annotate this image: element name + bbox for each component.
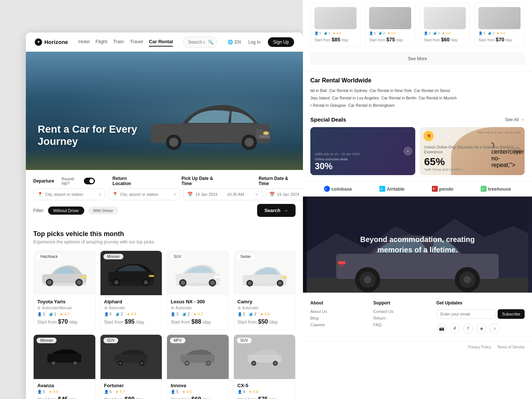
vehicle-card[interactable]: SUV Lexus NX - 300 ⚙ Aut bbox=[167, 250, 229, 330]
car-rating: ★ 4.8 bbox=[442, 31, 450, 35]
return-datetime-field[interactable]: 📅 × bbox=[265, 188, 303, 200]
nav-flight[interactable]: Flight bbox=[96, 37, 108, 47]
see-all-button[interactable]: See All → bbox=[505, 117, 525, 122]
terms-of-service-link[interactable]: Terms of Service bbox=[497, 345, 525, 349]
vehicle-type-badge: Hatchback bbox=[37, 254, 61, 259]
without-driver-btn[interactable]: Without Driver bbox=[48, 207, 84, 215]
location-tag[interactable]: Car Rental in Munich bbox=[419, 96, 457, 100]
instagram-icon[interactable]: 📷 bbox=[436, 323, 447, 334]
vehicle-card[interactable]: SUV CX-5 👤 4 ★ 4.8 Start from $75 /day bbox=[233, 334, 296, 399]
footer-career[interactable]: Caareer bbox=[310, 323, 366, 327]
vehicle-card-img: Sedan bbox=[234, 251, 296, 295]
footer-updates-col: Get Updates Subscribe 📷 ✗ f ◈ ♪ bbox=[436, 300, 525, 334]
svg-rect-21 bbox=[149, 275, 154, 277]
car-rating: ★ 4.6 bbox=[497, 31, 505, 35]
vehicle-specs: 👤 3 🧳 2 ★ 4.7 bbox=[171, 312, 225, 316]
filter-label: Filter: bbox=[33, 208, 44, 213]
globe-icon: 🌐 bbox=[228, 40, 233, 45]
tiktok-icon[interactable]: ♪ bbox=[490, 323, 500, 334]
vehicle-type-badge: SUV bbox=[103, 338, 119, 343]
top-car-card[interactable]: 👤 5🧳 2 ★ 4.8 Start from $75 /day bbox=[365, 3, 415, 47]
location-tag[interactable]: Car Rental in Sydney bbox=[329, 88, 368, 93]
departure-field[interactable]: 📍 × bbox=[33, 188, 105, 200]
deal-next-icon[interactable]: › bbox=[403, 147, 412, 156]
toggle-switch[interactable] bbox=[84, 178, 95, 184]
nav-travel[interactable]: Travel bbox=[130, 37, 143, 47]
nav-hotel[interactable]: Hotel bbox=[78, 37, 89, 47]
location-tags-3: r Rental in Glasgow Car Rental in Birmin… bbox=[310, 103, 525, 108]
pickup-clear[interactable]: × bbox=[255, 191, 258, 197]
footer-faq[interactable]: FAQ bbox=[374, 323, 429, 327]
svg-rect-35 bbox=[282, 276, 287, 278]
see-more-button[interactable]: See More bbox=[310, 52, 525, 65]
return-location-clear[interactable]: × bbox=[173, 191, 176, 197]
round-trip-toggle[interactable]: Round-trip? bbox=[62, 177, 95, 185]
location-icon: 📍 bbox=[37, 192, 43, 197]
footer-section: About About Us Blog Caareer Support Cont… bbox=[303, 293, 532, 341]
nav-car-rental[interactable]: Car Rental bbox=[149, 37, 173, 47]
top-car-price: Start from $85 /day bbox=[314, 37, 357, 42]
deal-next-icon-2[interactable]: › bbox=[513, 147, 522, 156]
departure-label: Departure bbox=[33, 178, 54, 184]
location-tag[interactable]: Car Rental ini Seoul bbox=[414, 88, 450, 93]
location-tag[interactable]: Car Rental in Birmingham bbox=[348, 103, 395, 108]
vehicle-card[interactable]: Minivan Avanza 👤 5 ★ 4.6 Start from $45 … bbox=[33, 334, 96, 399]
subscribe-button[interactable]: Subscribe bbox=[498, 309, 525, 319]
location-tag[interactable]: tal in Bali bbox=[310, 88, 327, 93]
discord-icon[interactable]: ◈ bbox=[476, 323, 487, 334]
return-location-input[interactable] bbox=[120, 192, 171, 197]
top-car-card[interactable]: 👤 6🧳 2 ★ 4.8 Start from $60 /day bbox=[420, 3, 470, 47]
deal-percent: 65% bbox=[424, 156, 520, 168]
arrow-right-icon: → bbox=[520, 117, 525, 122]
footer-return[interactable]: Return bbox=[374, 316, 429, 320]
vehicle-card[interactable]: Minivan Alphard ⚙ Automa bbox=[100, 250, 163, 330]
deal-card-discount[interactable]: ') center/cover no-repeat;"> 🎁 Valid onl… bbox=[420, 127, 525, 175]
location-tag[interactable]: Car Rental in New York bbox=[370, 88, 412, 93]
with-driver-btn[interactable]: With Driver bbox=[88, 207, 118, 215]
vehicle-card[interactable]: Sedan Camry ⚙ Automatic bbox=[233, 250, 296, 330]
return-date-input[interactable] bbox=[277, 192, 303, 197]
twitter-icon[interactable]: ✗ bbox=[450, 323, 460, 334]
pickup-date-input[interactable] bbox=[195, 192, 225, 197]
signup-button[interactable]: Sign Up bbox=[268, 37, 294, 47]
vehicle-name: Fortuner bbox=[104, 383, 158, 388]
location-tag[interactable]: Jeju Island bbox=[310, 96, 330, 100]
privacy-policy-link[interactable]: Privacy Policy bbox=[468, 345, 491, 349]
facebook-icon[interactable]: f bbox=[463, 323, 473, 334]
vehicle-info: Alphard ⚙ Automatic 👤 5 🧳 2 ★ 4.8 Start … bbox=[100, 295, 162, 330]
vehicle-card[interactable]: MPV Innova 👤 5 ★ 4.5 Start from $60 /day bbox=[167, 334, 229, 399]
location-tag[interactable]: Car Rental in Berlin bbox=[381, 96, 416, 100]
vehicle-price: Start from $70 /day bbox=[37, 318, 92, 325]
footer-contact[interactable]: Contact Us bbox=[374, 309, 429, 314]
svg-point-70 bbox=[364, 276, 371, 283]
rating-spec: ★ 4.8 bbox=[249, 390, 258, 394]
departure-input[interactable] bbox=[45, 192, 96, 197]
footer-blog[interactable]: Blog bbox=[310, 316, 366, 320]
deal-badge: 🎁 bbox=[423, 131, 434, 141]
seats-spec: 👤 5 bbox=[171, 390, 178, 394]
departure-clear[interactable]: × bbox=[98, 191, 101, 197]
vehicle-grid-2: Minivan Avanza 👤 5 ★ 4.6 Start from $45 … bbox=[26, 330, 303, 399]
footer-about-us[interactable]: About Us bbox=[310, 309, 366, 314]
svg-text:T: T bbox=[482, 188, 483, 190]
top-car-card[interactable]: 👤 5🧳 2 ★ 4.9 Start from $85 /day bbox=[310, 3, 361, 47]
top-car-card[interactable]: 👤 5🧳 2 ★ 4.6 Start from $70 /day bbox=[474, 3, 525, 47]
right-panel: 👤 5🧳 2 ★ 4.9 Start from $85 /day 👤 5🧳 2 … bbox=[303, 0, 532, 399]
deal-card-dark[interactable]: Valid only on 15 - 19 Jan 2024 Online ex… bbox=[310, 127, 415, 175]
language-button[interactable]: 🌐 EN bbox=[228, 40, 241, 45]
location-tags: tal in Bali Car Rental in Sydney Car Ren… bbox=[310, 88, 525, 93]
email-input[interactable] bbox=[436, 309, 495, 319]
vehicle-specs: 👤 3 🧳 3 ★ 4.9 bbox=[238, 312, 292, 316]
vehicle-type-badge: SUV bbox=[237, 338, 252, 343]
search-button[interactable]: Search → bbox=[257, 204, 296, 217]
pickup-datetime-field[interactable]: 📅 × bbox=[183, 188, 262, 200]
return-location-field[interactable]: 📍 × bbox=[108, 188, 180, 200]
svg-rect-7 bbox=[259, 135, 270, 138]
pickup-time-input[interactable] bbox=[227, 192, 253, 197]
location-tag[interactable]: Car Rental in Los Angeles bbox=[332, 96, 379, 100]
location-tag[interactable]: r Rental in Glasgow bbox=[310, 103, 346, 108]
vehicle-card[interactable]: Hatchback Toyota Yaris ⚙ bbox=[33, 250, 96, 330]
nav-train[interactable]: Train bbox=[113, 37, 124, 47]
login-button[interactable]: Log In bbox=[245, 38, 264, 47]
vehicle-card[interactable]: SUV Fortuner 👤 5 ★ 4.7 Start from $80 /d… bbox=[100, 334, 163, 399]
